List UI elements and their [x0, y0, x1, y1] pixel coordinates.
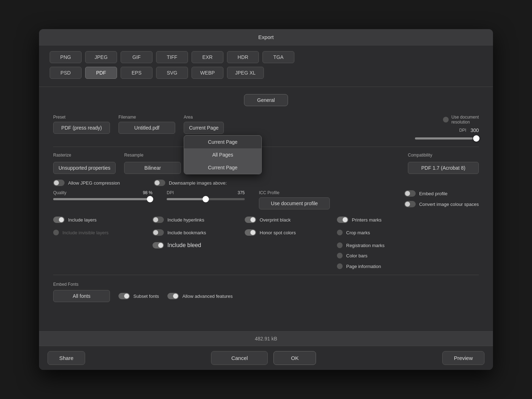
quality-thumb[interactable] — [147, 196, 153, 202]
resample-value[interactable]: Bilinear — [124, 162, 181, 174]
allow-advanced-option: Allow advanced features — [167, 293, 233, 299]
include-bookmarks-label: Include bookmarks — [167, 230, 206, 235]
printers-marks-toggle[interactable] — [337, 217, 348, 223]
crop-marks-toggle[interactable] — [337, 230, 343, 235]
convert-image-toggle[interactable] — [404, 201, 416, 207]
color-bars-toggle[interactable] — [337, 253, 343, 258]
embed-fonts-section: Embed Fonts All fonts Subset fonts Allow… — [53, 281, 479, 302]
use-doc-res-row: Use documentresolution — [443, 115, 479, 125]
embed-fonts-value[interactable]: All fonts — [53, 290, 110, 302]
dpi2-slider-track — [167, 198, 245, 200]
quality-value: 98 % — [143, 190, 153, 195]
downsample-option: Downsample images above: — [154, 180, 246, 186]
include-layers-toggle[interactable] — [53, 217, 65, 223]
rasterize-row: Rasterize Unsupported properties Resampl… — [53, 153, 479, 174]
embed-profile-option: Embed profile — [404, 190, 479, 197]
include-hyperlinks-toggle[interactable] — [153, 217, 164, 223]
format-psd[interactable]: PSD — [50, 67, 82, 79]
format-hdr[interactable]: HDR — [227, 51, 259, 63]
share-button[interactable]: Share — [48, 351, 85, 365]
color-bars-option: Color bars — [337, 253, 479, 258]
icc-group: ICC Profile Use document profile — [259, 190, 330, 209]
area-option-current-page-2[interactable]: Current Page — [184, 161, 261, 174]
quality-label: Quality — [53, 190, 66, 195]
include-invisible-toggle[interactable] — [53, 230, 59, 235]
resample-label: Resample — [124, 153, 181, 158]
subset-fonts-label: Subset fonts — [133, 294, 159, 299]
area-option-all-pages[interactable]: All Pages — [184, 148, 261, 161]
compat-value[interactable]: PDF 1.7 (Acrobat 8) — [408, 162, 479, 174]
subset-fonts-toggle[interactable] — [118, 293, 130, 299]
file-size-value: 482.91 kB — [255, 336, 277, 341]
use-doc-res-toggle[interactable] — [443, 117, 449, 122]
format-png[interactable]: PNG — [50, 51, 82, 63]
subset-fonts-option: Subset fonts — [118, 293, 159, 299]
top-fields-row: Preset PDF (press ready) Filename Untitl… — [53, 115, 479, 140]
quality-group: Quality 98 % — [53, 190, 153, 209]
allow-jpeg-option: Allow JPEG compression — [53, 180, 145, 186]
ok-button[interactable]: OK — [273, 351, 316, 365]
format-webp[interactable]: WEBP — [192, 67, 223, 79]
empty1 — [53, 253, 153, 269]
empty3 — [245, 253, 337, 269]
registration-marks-toggle[interactable] — [337, 242, 343, 248]
include-bookmarks-option: Include bookmarks — [153, 229, 245, 236]
embed-profile-toggle[interactable] — [404, 190, 416, 197]
export-dialog: Export PNG JPEG GIF TIFF EXR HDR TGA PSD… — [39, 29, 493, 370]
overprint-black-toggle[interactable] — [245, 217, 256, 223]
preset-value[interactable]: PDF (press ready) — [53, 122, 110, 134]
dpi2-thumb[interactable] — [203, 196, 209, 202]
filename-label: Filename — [118, 115, 175, 120]
cancel-button[interactable]: Cancel — [211, 351, 268, 365]
area-option-current-page-1[interactable]: Current Page — [184, 136, 261, 148]
include-hyperlinks-label: Include hyperlinks — [167, 217, 204, 223]
area-dropdown-container: Current Page Current Page All Pages Curr… — [184, 122, 224, 134]
format-jpeg-xl[interactable]: JPEG XL — [227, 67, 264, 79]
printers-marks-label: Printers marks — [352, 217, 382, 223]
dpi2-fill — [167, 198, 206, 200]
crop-marks-option: Crop marks — [337, 229, 479, 236]
format-tga[interactable]: TGA — [262, 51, 294, 63]
include-invisible-label: Include invisible layers — [62, 230, 109, 235]
allow-jpeg-label: Allow JPEG compression — [68, 180, 120, 186]
dpi-slider-fill — [415, 137, 472, 140]
bottom-bar: Share Cancel OK Preview — [39, 346, 493, 370]
include-bleed-toggle[interactable] — [153, 242, 164, 248]
allow-jpeg-toggle[interactable] — [53, 180, 65, 186]
registration-marks-option: Registration marks — [337, 242, 479, 248]
format-row-2: PSD PDF EPS SVG WEBP JPEG XL — [50, 67, 482, 79]
format-gif[interactable]: GIF — [121, 51, 153, 63]
file-size-bar: 482.91 kB — [39, 331, 493, 346]
allow-advanced-toggle[interactable] — [167, 293, 179, 299]
downsample-toggle[interactable] — [154, 180, 165, 186]
registration-marks-label: Registration marks — [346, 243, 384, 248]
divider-2 — [53, 275, 479, 275]
page-info-toggle[interactable] — [337, 263, 343, 269]
format-pdf[interactable]: PDF — [85, 67, 117, 79]
area-dropdown-btn[interactable]: Current Page — [184, 122, 224, 134]
general-tab[interactable]: General — [244, 94, 288, 106]
honor-spot-colors-toggle[interactable] — [245, 229, 256, 236]
format-exr[interactable]: EXR — [192, 51, 223, 63]
format-tiff[interactable]: TIFF — [156, 51, 188, 63]
page-info-option: Page information — [337, 263, 479, 269]
allow-advanced-label: Allow advanced features — [182, 294, 233, 299]
bottom-center-buttons: Cancel OK — [211, 351, 316, 365]
include-bookmarks-toggle[interactable] — [153, 229, 164, 236]
preview-button[interactable]: Preview — [442, 351, 484, 365]
icc-label: ICC Profile — [259, 190, 330, 195]
icc-value[interactable]: Use document profile — [259, 197, 330, 209]
format-svg[interactable]: SVG — [156, 67, 188, 79]
dpi2-label: DPI — [167, 190, 174, 195]
format-eps[interactable]: EPS — [121, 67, 153, 79]
dpi-row: DPI 300 — [459, 127, 479, 133]
dialog-title: Export — [258, 34, 273, 40]
include-invisible-option: Include invisible layers — [53, 229, 153, 236]
include-hyperlinks-option: Include hyperlinks — [153, 217, 245, 223]
overprint-black-option: Overprint black — [245, 217, 337, 223]
rasterize-value[interactable]: Unsupported properties — [53, 162, 116, 174]
toggles-grid: Include layers Include hyperlinks Overpr… — [53, 217, 479, 248]
format-jpeg[interactable]: JPEG — [85, 51, 117, 63]
filename-value[interactable]: Untitled.pdf — [118, 122, 175, 134]
dpi-slider-thumb[interactable] — [473, 135, 480, 142]
